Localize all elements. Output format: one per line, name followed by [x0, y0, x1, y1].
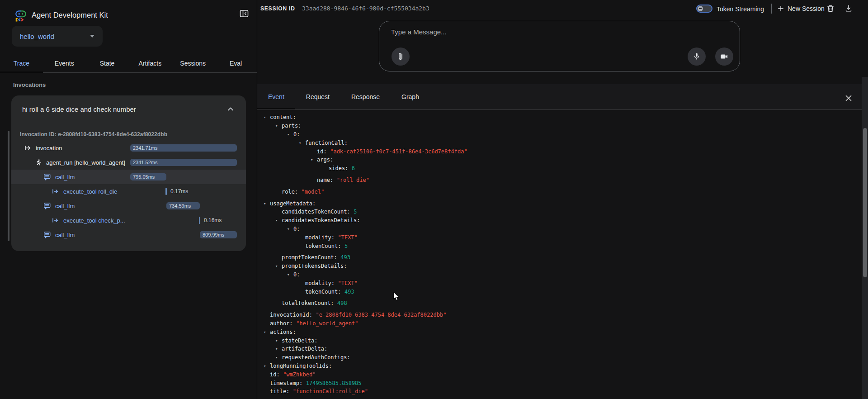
message-input[interactable] — [390, 28, 618, 36]
json-key: totalTokenCount: — [282, 300, 334, 306]
sidebar-tab-events[interactable]: Events — [43, 54, 86, 72]
expand-arrow-icon[interactable]: ▾ — [275, 347, 282, 351]
json-tree-line[interactable]: ▾args: — [311, 156, 862, 164]
expand-arrow-icon[interactable]: ▾ — [275, 218, 282, 223]
sidebar-scrollbar[interactable] — [8, 131, 9, 241]
json-tree-line[interactable]: ▾longRunningToolIds: — [264, 362, 862, 370]
sidebar-tab-artifacts[interactable]: Artifacts — [128, 54, 171, 72]
json-tree-line[interactable]: ▾0: — [287, 271, 862, 279]
video-button[interactable] — [715, 48, 733, 66]
json-tree-line[interactable]: ▾requestedAuthConfigs: — [275, 353, 862, 362]
trace-span-row[interactable]: invocation2341.71ms — [11, 141, 246, 155]
json-tree-line[interactable]: ▾stateDelta: — [275, 336, 862, 345]
chat-icon — [42, 201, 52, 210]
expand-arrow-icon[interactable]: ▾ — [287, 132, 293, 137]
json-value: 498 — [337, 300, 347, 306]
trace-span-row[interactable]: call_llm795.05ms — [11, 170, 246, 184]
json-tree-line: author:"hello_world_agent" — [264, 319, 862, 328]
token-streaming-label: Token Streaming — [717, 5, 764, 13]
token-streaming-toggle[interactable] — [696, 5, 712, 13]
chat-icon — [42, 172, 52, 181]
json-tree-line[interactable]: ▾promptTokensDetails: — [275, 262, 862, 271]
span-name: execute_tool check_p... — [63, 217, 125, 224]
topbar-divider — [771, 4, 772, 14]
json-tree-line[interactable]: ▾usageMetadata: — [264, 199, 862, 208]
expand-arrow-icon[interactable]: ▾ — [299, 141, 305, 145]
expand-arrow-icon[interactable]: ▾ — [264, 201, 270, 206]
chevron-up-icon[interactable] — [225, 104, 236, 114]
trace-span-row[interactable]: call_llm809.99ms — [11, 228, 246, 242]
json-key: modality: — [305, 234, 335, 241]
runner-icon — [33, 158, 42, 167]
json-tree-line[interactable]: ▾functionCall: — [299, 138, 862, 147]
invocation-prompt[interactable]: hi roll a 6 side dice and check number — [22, 105, 136, 113]
json-tree-line[interactable]: ▾0: — [287, 225, 862, 233]
span-duration-bar — [165, 188, 167, 195]
expand-arrow-icon[interactable]: ▾ — [275, 355, 282, 360]
microphone-button[interactable] — [688, 48, 706, 66]
json-tree-line: title:"functionCall:roll_die" — [264, 387, 862, 396]
span-duration-label: 0.17ms — [170, 188, 188, 195]
expand-arrow-icon[interactable]: ▾ — [311, 157, 317, 162]
json-tree-line: id:"adk-caf25106-f0c7-451f-86e4-3c6d7e8f… — [311, 147, 862, 156]
expand-arrow-icon[interactable]: ▾ — [287, 272, 293, 277]
json-value: 5 — [354, 209, 357, 215]
event-json-tree: ▾content:▾parts:▾0:▾functionCall:id:"adk… — [257, 110, 862, 399]
sidebar-tab-eval[interactable]: Eval — [214, 54, 257, 72]
json-value: 493 — [344, 289, 354, 295]
detail-tab-event[interactable]: Event — [257, 84, 295, 109]
json-value: "functionCall:roll_die" — [293, 388, 368, 394]
expand-arrow-icon[interactable]: ▾ — [287, 227, 293, 231]
trace-span-row[interactable]: agent_run [hello_world_agent]2341.52ms — [11, 155, 246, 170]
vertical-scrollbar-thumb[interactable] — [863, 128, 867, 277]
json-key: artifactDelta: — [282, 346, 327, 352]
json-tree-line: modality:"TEXT" — [299, 279, 862, 287]
json-key: timestamp: — [270, 380, 302, 386]
detail-tab-request[interactable]: Request — [295, 84, 340, 109]
span-duration-label: 2341.52ms — [130, 160, 157, 165]
vertical-scrollbar-track — [862, 77, 868, 399]
detail-tab-graph[interactable]: Graph — [391, 84, 430, 109]
json-value: "TEXT" — [338, 280, 358, 286]
json-tree-line: id:"wmZhkbed" — [264, 370, 862, 379]
attach-file-button[interactable] — [392, 48, 410, 66]
collapse-sidebar-icon[interactable] — [238, 7, 250, 20]
sidebar-tab-state[interactable]: State — [86, 54, 129, 72]
sidebar-tab-trace[interactable]: Trace — [0, 54, 43, 72]
json-tree-line: invocationId:"e-2808fd10-6383-4754-8de4-… — [264, 311, 862, 319]
json-tree-line[interactable]: ▾0: — [287, 130, 862, 139]
new-session-button[interactable]: New Session — [777, 4, 825, 14]
span-name: call_llm — [55, 174, 75, 180]
json-tree-line: totalTokenCount:498 — [275, 299, 862, 308]
json-value: "adk-caf25106-f0c7-451f-86e4-3c6d7e8f4fd… — [330, 148, 467, 155]
agent-select-dropdown[interactable]: hello_world — [12, 26, 103, 47]
sidebar-tab-sessions[interactable]: Sessions — [171, 54, 214, 72]
delete-session-button[interactable] — [826, 4, 835, 14]
app-title: Agent Development Kit — [32, 11, 108, 19]
json-key: candidatesTokenCount: — [282, 209, 350, 215]
trace-span-row[interactable]: execute_tool roll_die0.17ms — [11, 184, 246, 199]
json-key: parts: — [282, 123, 301, 129]
json-tree-line[interactable]: ▾content: — [264, 113, 862, 122]
expand-arrow-icon[interactable]: ▾ — [264, 364, 270, 368]
json-key: candidatesTokensDetails: — [282, 217, 360, 223]
json-key: 0: — [293, 271, 300, 278]
trace-span-row[interactable]: execute_tool check_p...0.16ms — [11, 213, 246, 228]
span-duration-label: 809.99ms — [200, 232, 224, 238]
expand-arrow-icon[interactable]: ▾ — [264, 330, 270, 334]
expand-arrow-icon[interactable]: ▾ — [275, 124, 282, 128]
json-tree-line[interactable]: ▾parts: — [275, 122, 862, 130]
json-tree-line[interactable]: ▾actions: — [264, 328, 862, 336]
json-tree-line: tokenCount:5 — [299, 242, 862, 250]
expand-arrow-icon[interactable]: ▾ — [264, 115, 270, 119]
detail-tab-response[interactable]: Response — [340, 84, 391, 109]
json-tree-line[interactable]: ▾candidatesTokensDetails: — [275, 216, 862, 225]
export-session-button[interactable] — [844, 4, 854, 14]
close-detail-button[interactable] — [844, 93, 854, 103]
trace-span-row[interactable]: call_llm734.59ms — [11, 199, 246, 213]
json-tree-line[interactable]: ▾artifactDelta: — [275, 345, 862, 353]
expand-arrow-icon[interactable]: ▾ — [275, 338, 282, 343]
json-key: 0: — [293, 131, 300, 138]
span-duration-label: 795.05ms — [130, 174, 155, 180]
expand-arrow-icon[interactable]: ▾ — [275, 264, 282, 268]
